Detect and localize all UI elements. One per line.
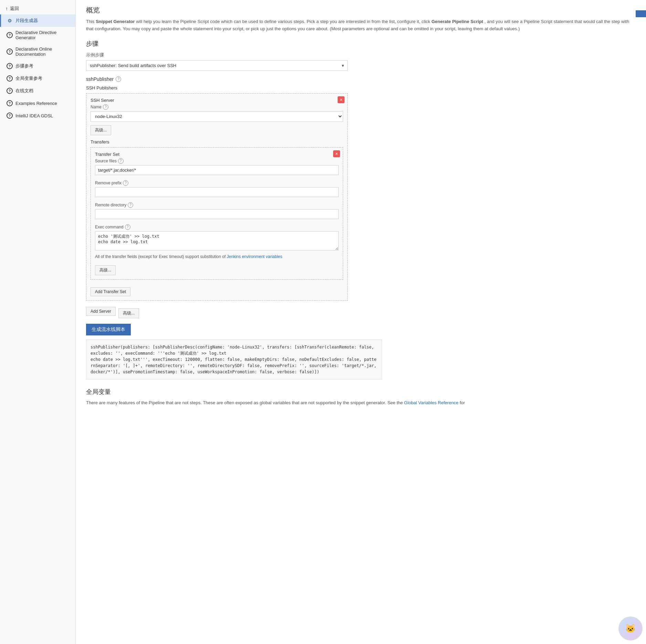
- example-steps-label: 示例步骤: [86, 52, 636, 58]
- global-vars-text: There are many features of the Pipeline …: [86, 399, 636, 407]
- env-vars-note: All of the transfer fields (except for E…: [95, 254, 339, 259]
- transfer-set-box: × Transfer Set Source files ? Remove pre…: [91, 147, 343, 280]
- remote-directory-help-icon[interactable]: ?: [128, 202, 133, 208]
- remove-prefix-label: Remove prefix ?: [95, 180, 339, 186]
- remove-prefix-input[interactable]: [95, 187, 339, 197]
- intro-strong1: Snippet Generator: [96, 19, 135, 24]
- snippet-generator-icon: ⚙: [7, 18, 13, 24]
- generate-pipeline-script-button[interactable]: 生成流水线脚本: [86, 324, 131, 335]
- global-vars-reference-link[interactable]: Global Variables Reference: [404, 400, 458, 405]
- intellij-icon: ?: [7, 112, 13, 119]
- remote-directory-input[interactable]: [95, 209, 339, 219]
- sidebar-item-examples[interactable]: ? Examples Reference: [0, 97, 75, 109]
- ssh-server-close-button[interactable]: ×: [338, 96, 345, 103]
- declarative-docs-icon: ?: [7, 49, 13, 55]
- name-help-icon[interactable]: ?: [103, 104, 108, 110]
- step-select-wrapper[interactable]: sshPublisher: Send build artifacts over …: [86, 60, 348, 71]
- source-files-input[interactable]: [95, 165, 339, 175]
- publisher-advanced-button[interactable]: 高级...: [118, 308, 139, 318]
- online-docs-icon: ?: [7, 88, 13, 94]
- server-actions: Add Server 高级...: [86, 305, 348, 318]
- sidebar-item-global-vars[interactable]: ? 全局变量参考: [0, 72, 75, 85]
- code-output: sshPublisher(publishers: [sshPublisherDe…: [86, 340, 382, 379]
- transfer-advanced-button[interactable]: 高级...: [95, 265, 116, 275]
- source-files-label: Source files ?: [95, 158, 339, 164]
- ssh-server-advanced-button[interactable]: 高级...: [91, 125, 111, 135]
- avatar: 🐱: [618, 616, 643, 641]
- publisher-section: sshPublisher ? SSH Publishers × SSH Serv…: [86, 76, 348, 318]
- global-vars-title: 全局变量: [86, 388, 636, 396]
- global-vars-icon: ?: [7, 75, 13, 82]
- add-transfer-set-button[interactable]: Add Transfer Set: [91, 287, 130, 296]
- steps-section-title: 步骤: [86, 40, 636, 48]
- back-arrow-icon: ↑: [6, 6, 8, 11]
- right-panel[interactable]: 详述: [636, 10, 646, 17]
- sidebar-item-label: 片段生成器: [15, 18, 38, 24]
- steps-ref-icon: ?: [7, 63, 13, 69]
- source-files-help-icon[interactable]: ?: [118, 158, 124, 164]
- server-name-select[interactable]: node-Linux32 node-Linux64 production-ser…: [91, 111, 343, 122]
- sidebar-item-declarative-docs[interactable]: ? Declarative Online Documentation: [0, 43, 75, 60]
- remote-directory-label: Remote directory ?: [95, 202, 339, 208]
- sidebar-item-label: Declarative Directive Generator: [15, 30, 70, 40]
- sidebar-item-label: Examples Reference: [15, 101, 57, 106]
- name-field-label: Name ?: [91, 104, 343, 110]
- intro-text1: will help you learn the Pipeline Script …: [136, 19, 431, 24]
- exec-command-help-icon[interactable]: ?: [125, 224, 130, 230]
- add-server-button[interactable]: Add Server: [86, 307, 116, 316]
- ssh-server-box: × SSH Server Name ? node-Linux32 node-Li…: [86, 93, 348, 301]
- sidebar-item-online-docs[interactable]: ? 在线文档: [0, 85, 75, 97]
- ssh-server-title: SSH Server: [91, 98, 343, 103]
- exec-command-textarea[interactable]: echo '测试成功' >> log.txt echo date >> log.…: [95, 231, 339, 250]
- declarative-directive-icon: ?: [7, 32, 13, 38]
- publisher-label: sshPublisher ?: [86, 76, 348, 82]
- back-button[interactable]: ↑ 返回: [0, 3, 75, 14]
- sidebar-item-label: 在线文档: [15, 88, 33, 94]
- sidebar-item-label: 步骤参考: [15, 63, 33, 69]
- ssh-publishers-label: SSH Publishers: [86, 85, 348, 90]
- examples-icon: ?: [7, 100, 13, 106]
- intro-text: This Snippet Generator will help you lea…: [86, 18, 636, 33]
- sidebar-item-label: Declarative Online Documentation: [15, 46, 70, 57]
- main-content: 概览 This Snippet Generator will help you …: [76, 0, 646, 644]
- env-vars-link[interactable]: Jenkins environment variables: [227, 254, 282, 259]
- sidebar-item-declarative-directive[interactable]: ? Declarative Directive Generator: [0, 27, 75, 43]
- step-select[interactable]: sshPublisher: Send build artifacts over …: [86, 60, 348, 71]
- intro-strong2: Generate Pipeline Script: [432, 19, 483, 24]
- page-title: 概览: [86, 0, 636, 18]
- back-label: 返回: [10, 6, 19, 12]
- sidebar-item-intellij[interactable]: ? IntelliJ IDEA GDSL: [0, 109, 75, 122]
- sidebar-item-steps-reference[interactable]: ? 步骤参考: [0, 60, 75, 72]
- sidebar-item-label: 全局变量参考: [15, 75, 42, 82]
- exec-command-label: Exec command ?: [95, 224, 339, 230]
- transfer-set-title: Transfer Set: [95, 152, 339, 157]
- transfers-label: Transfers: [91, 139, 343, 144]
- transfer-set-close-button[interactable]: ×: [333, 150, 340, 157]
- sidebar: ↑ 返回 ⚙ 片段生成器 ? Declarative Directive Gen…: [0, 0, 76, 644]
- sidebar-item-label: IntelliJ IDEA GDSL: [15, 113, 53, 118]
- publisher-help-icon[interactable]: ?: [116, 76, 121, 82]
- sidebar-item-snippet-generator[interactable]: ⚙ 片段生成器: [0, 14, 75, 27]
- remove-prefix-help-icon[interactable]: ?: [123, 180, 128, 186]
